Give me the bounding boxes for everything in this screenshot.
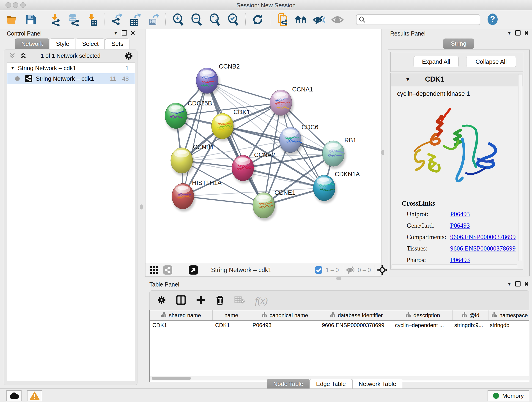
birdseye-view-icon[interactable] xyxy=(189,265,198,276)
node-RB1[interactable] xyxy=(322,141,346,169)
tab-network[interactable]: Network xyxy=(15,38,49,49)
tab-string[interactable]: String xyxy=(443,38,474,49)
export-table-icon[interactable] xyxy=(129,13,141,26)
float-panel-icon[interactable] xyxy=(515,281,520,287)
node-CDC6[interactable] xyxy=(279,127,303,155)
zoom-in-icon[interactable] xyxy=(172,13,184,26)
cell-@id[interactable]: stringdb:9... xyxy=(452,321,487,331)
memory-status-dot xyxy=(493,393,499,399)
panel-menu-icon[interactable]: ▼ xyxy=(507,282,512,286)
results-vertical-scrollbar[interactable] xyxy=(518,74,522,261)
column-header-@id[interactable]: @id xyxy=(453,310,488,320)
network-status-dot xyxy=(15,76,20,81)
network-collection-row[interactable]: ▼ String Network – cdk1 1 xyxy=(7,63,135,73)
tab-sets[interactable]: Sets xyxy=(105,38,129,49)
cell-name[interactable]: CDK1 xyxy=(212,321,250,331)
selected-checkbox-icon[interactable] xyxy=(315,266,323,275)
cell-database-identifier[interactable]: 9606.ENSP00000378699 xyxy=(319,321,392,331)
network-share-icon xyxy=(25,75,32,83)
close-panel-icon[interactable] xyxy=(524,282,529,286)
disclosure-triangle-icon[interactable]: ▼ xyxy=(405,77,410,83)
table-row[interactable]: CDK1CDK1P064939606.ENSP00000378699cyclin… xyxy=(150,321,529,331)
memory-button[interactable]: Memory xyxy=(488,390,529,401)
column-label: canonical name xyxy=(269,312,308,319)
import-table-file-icon[interactable] xyxy=(86,13,98,26)
search-input[interactable] xyxy=(356,14,480,25)
column-header-shared-name[interactable]: shared name xyxy=(150,310,213,320)
cell-canonical-name[interactable]: P06493 xyxy=(250,321,319,331)
edge-HIST1H1A-CDKN1A[interactable] xyxy=(183,188,324,196)
delete-column-icon[interactable] xyxy=(215,295,224,306)
float-panel-icon[interactable] xyxy=(122,30,127,36)
column-header-canonical-name[interactable]: canonical name xyxy=(250,310,320,320)
tab-select[interactable]: Select xyxy=(76,38,105,49)
help-icon[interactable]: ? xyxy=(487,13,498,26)
houses-icon[interactable] xyxy=(295,13,307,26)
save-session-icon[interactable] xyxy=(24,13,37,26)
node-CCNE1[interactable] xyxy=(253,192,276,221)
crosslink-link[interactable]: P06493 xyxy=(450,211,470,218)
collapse-all-button[interactable]: Collapse All xyxy=(466,56,516,67)
table-gear-icon[interactable] xyxy=(157,295,166,306)
zoom-selected-icon[interactable] xyxy=(227,13,239,26)
node-CCNA2[interactable] xyxy=(232,155,255,183)
column-header-description[interactable]: description xyxy=(393,310,453,320)
disclosure-triangle-icon[interactable]: ▼ xyxy=(7,66,18,70)
network-view-share-icon[interactable] xyxy=(163,265,172,276)
column-header-namespace[interactable]: namespace xyxy=(488,310,531,320)
results-horizontal-scrollbar[interactable] xyxy=(392,264,517,268)
warning-icon[interactable] xyxy=(27,390,42,401)
network-canvas[interactable]: CCNB2CCNA1CDC25BCDK1CDC6RB1CCNB1CCNA2HIS… xyxy=(145,29,381,264)
node-CDKN1A[interactable] xyxy=(313,175,337,203)
crosslink-link[interactable]: P06493 xyxy=(450,222,470,229)
edge-CCNB2-CCNE1[interactable] xyxy=(207,81,264,205)
node-CDC25B[interactable] xyxy=(165,103,189,131)
node-CCNB2[interactable] xyxy=(196,68,220,96)
delete-table-icon xyxy=(234,296,245,305)
expand-all-button[interactable]: Expand All xyxy=(413,56,459,67)
close-panel-icon[interactable] xyxy=(524,31,529,35)
tab-style[interactable]: Style xyxy=(50,38,75,49)
zoom-fit-icon[interactable] xyxy=(209,13,221,26)
hierarchy-icon xyxy=(330,312,336,319)
close-panel-icon[interactable] xyxy=(131,31,135,35)
node-section-header[interactable]: ▼ CDK1 xyxy=(391,73,523,86)
cloud-icon[interactable] xyxy=(6,390,22,401)
hide-selected-eye-icon[interactable] xyxy=(313,13,325,26)
crosslink-row: Compartments:9606.ENSP00000378699 xyxy=(402,233,518,241)
hidden-eye-slash-icon[interactable] xyxy=(346,266,355,275)
new-network-from-selection-icon[interactable] xyxy=(276,13,289,26)
column-header-database-identifier[interactable]: database identifier xyxy=(320,310,393,320)
float-panel-icon[interactable] xyxy=(515,30,520,36)
node-CDK1[interactable] xyxy=(211,113,235,141)
grid-view-icon[interactable] xyxy=(149,265,159,276)
import-network-database-icon[interactable] xyxy=(67,13,80,26)
panel-menu-icon[interactable]: ▼ xyxy=(507,31,512,35)
export-network-icon[interactable] xyxy=(110,13,123,26)
open-session-icon[interactable] xyxy=(6,13,18,26)
node-CCNA1[interactable] xyxy=(270,90,293,118)
horizontal-splitter-handle[interactable] xyxy=(336,277,341,280)
gear-icon[interactable] xyxy=(124,51,133,61)
right-splitter-handle[interactable] xyxy=(381,150,384,155)
show-columns-icon[interactable] xyxy=(176,295,186,306)
cell-description[interactable]: cyclin–dependent ... xyxy=(392,321,452,331)
panel-menu-icon[interactable]: ▼ xyxy=(114,31,118,35)
left-splitter-handle[interactable] xyxy=(140,204,143,210)
crosslink-link[interactable]: 9606.ENSP00000378699 xyxy=(450,233,515,241)
show-all-eye-icon[interactable] xyxy=(331,13,344,26)
export-image-icon[interactable] xyxy=(147,13,159,26)
cell-namespace[interactable]: stringdb xyxy=(487,321,530,331)
crosslink-label: GeneCard: xyxy=(402,222,450,229)
node-HIST1H1A[interactable] xyxy=(172,183,196,211)
network-row[interactable]: String Network – cdk1 11 48 xyxy=(7,73,135,84)
add-column-icon[interactable] xyxy=(196,295,206,306)
column-header-name[interactable]: name xyxy=(213,310,250,320)
crosslink-link[interactable]: 9606.ENSP00000378699 xyxy=(450,245,515,252)
edge-CCNB2-HIST1H1A[interactable] xyxy=(183,81,207,196)
cell-shared-name[interactable]: CDK1 xyxy=(150,321,212,331)
crosslink-link[interactable]: P06493 xyxy=(450,256,470,264)
refresh-icon[interactable] xyxy=(252,13,264,26)
import-network-file-icon[interactable] xyxy=(49,13,61,26)
zoom-out-icon[interactable] xyxy=(190,13,203,26)
